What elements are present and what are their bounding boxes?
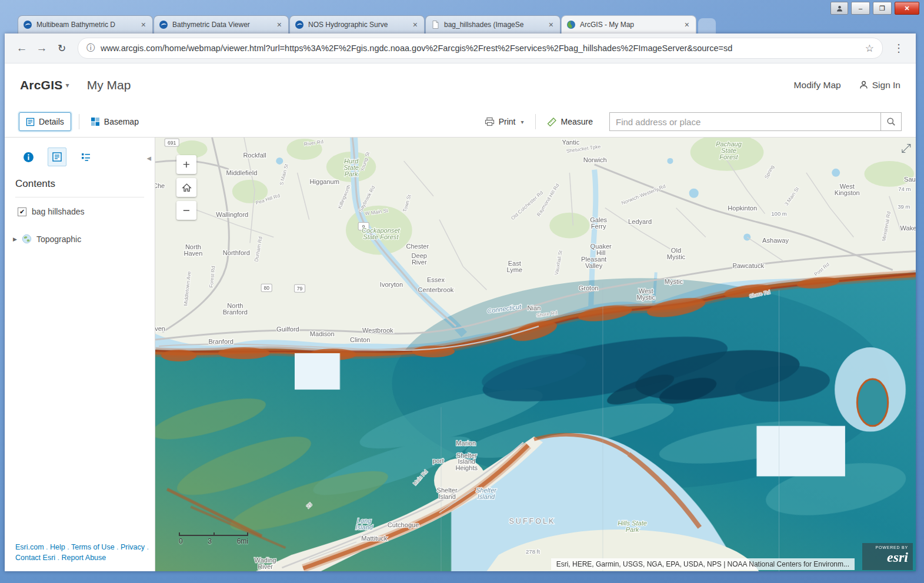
- basemap-button[interactable]: Basemap: [87, 115, 142, 129]
- maximize-button[interactable]: ❐: [873, 2, 892, 15]
- map-place-label: Mattituck: [361, 535, 388, 542]
- scale-bar-line: [179, 532, 248, 536]
- browser-tab[interactable]: ArcGIS - My Map×: [561, 15, 696, 33]
- zoom-out-button[interactable]: −: [176, 201, 196, 220]
- about-button[interactable]: [19, 148, 38, 166]
- zoom-controls: + −: [176, 155, 196, 220]
- map-place-label: GalesFerry: [590, 216, 607, 230]
- map-place-label: WestMystic: [637, 287, 656, 301]
- toolbar-separator: [535, 114, 536, 129]
- toolbar-right-group: Print ▾ Measure: [481, 112, 902, 131]
- map-place-label: Norwich: [583, 156, 607, 163]
- tab-close-icon[interactable]: ×: [139, 20, 148, 29]
- search-button[interactable]: [880, 112, 902, 131]
- map-place-label: Yantic: [562, 139, 579, 146]
- map-place-label: Westbrook: [362, 327, 393, 334]
- reload-button[interactable]: ↻: [53, 39, 71, 57]
- map-place-label: Saun: [904, 176, 916, 183]
- map-canvas[interactable]: 69198079 RockfallMiddlefieldHurdStatePar…: [155, 138, 916, 571]
- search-input[interactable]: [609, 112, 880, 131]
- map-toolbar: Details Basemap Print ▾ Measure: [5, 106, 916, 138]
- browser-tab[interactable]: Multibeam Bathymetric D×: [18, 15, 153, 33]
- no-data-gap: [295, 353, 339, 390]
- footer-link[interactable]: Contact Esri: [15, 554, 55, 562]
- layer-row-bag-hillshades[interactable]: ✔ bag hillshades: [18, 207, 155, 216]
- footer-link[interactable]: Privacy: [121, 543, 145, 551]
- details-label: Details: [39, 117, 64, 126]
- svg-text:691: 691: [168, 140, 176, 146]
- tab-close-icon[interactable]: ×: [411, 20, 419, 29]
- modify-map-link[interactable]: Modify Map: [794, 80, 841, 91]
- tab-title: NOS Hydrographic Surve: [308, 21, 407, 29]
- tab-close-icon[interactable]: ×: [683, 20, 691, 29]
- layer-label: bag hillshades: [32, 207, 85, 216]
- tab-close-icon[interactable]: ×: [275, 20, 283, 29]
- close-button[interactable]: ✕: [895, 2, 919, 15]
- map-place-label: 100 m: [771, 210, 787, 217]
- powered-by-label: POWERED BY: [876, 545, 908, 550]
- minimize-button[interactable]: –: [851, 2, 870, 15]
- forward-button[interactable]: →: [33, 39, 51, 57]
- tab-favicon-noaa-icon: [295, 20, 304, 29]
- page-title: My Map: [87, 78, 131, 92]
- person-icon: [836, 5, 843, 12]
- map-container: 69198079 RockfallMiddlefieldHurdStatePar…: [155, 138, 916, 571]
- route-shield: 79: [294, 284, 305, 292]
- browser-tab[interactable]: NOS Hydrographic Surve×: [289, 15, 425, 33]
- details-button[interactable]: Details: [19, 112, 71, 131]
- map-place-label: Guilford: [276, 326, 299, 333]
- chevron-down-icon: ▾: [65, 81, 69, 89]
- layer-row-topographic[interactable]: ▶ Topographic: [13, 234, 155, 244]
- footer-link-separator: .: [115, 543, 121, 551]
- search-box: [609, 112, 902, 131]
- tab-close-icon[interactable]: ×: [547, 20, 555, 29]
- layer-checkbox[interactable]: ✔: [18, 207, 26, 216]
- measure-button[interactable]: Measure: [543, 115, 596, 129]
- browser-menu-icon[interactable]: ⋮: [889, 42, 909, 55]
- browser-tab[interactable]: bag_hillshades (ImageSe×: [425, 15, 561, 33]
- map-place-label: Wakef: [900, 225, 916, 232]
- printer-icon: [485, 117, 495, 126]
- show-legend-button[interactable]: [76, 148, 95, 166]
- header-actions: Modify Map Sign In: [794, 80, 900, 91]
- map-place-label: ShelterIsland: [476, 487, 497, 500]
- scale-bar: 0 3 6mi: [179, 532, 248, 545]
- footer-link[interactable]: Esri.com: [15, 543, 44, 551]
- print-button[interactable]: Print ▾: [481, 115, 528, 129]
- home-button[interactable]: [176, 178, 196, 197]
- map-attribution: Esri, HERE, Garmin, USGS, NGA, EPA, USDA…: [551, 558, 855, 570]
- browser-titlebar: – ❐ ✕ Multibeam Bathymetric D×Bathymetri…: [0, 0, 924, 33]
- url-bar[interactable]: ⓘ www.arcgis.com/home/webmap/viewer.html…: [78, 38, 883, 59]
- back-button[interactable]: ←: [13, 39, 31, 57]
- toolbar-separator: [79, 114, 79, 129]
- browser-chrome: ← → ↻ ⓘ www.arcgis.com/home/webmap/viewe…: [5, 33, 916, 571]
- sign-in-link[interactable]: Sign In: [859, 80, 900, 91]
- map-place-label: SUFFOLK: [509, 517, 555, 525]
- scale-start: 0: [179, 537, 183, 545]
- site-info-icon[interactable]: ⓘ: [86, 43, 95, 53]
- search-icon: [886, 117, 896, 126]
- map-place-label: Essex: [427, 276, 445, 283]
- map-place-label: 39 m: [898, 203, 910, 210]
- browser-tab[interactable]: Bathymetric Data Viewer×: [154, 15, 289, 33]
- expand-map-icon[interactable]: ⤢: [901, 141, 911, 155]
- expand-layer-icon[interactable]: ▶: [13, 236, 17, 242]
- map-place-label: ven: [155, 325, 165, 332]
- map-place-label: Madison: [310, 330, 335, 337]
- tab-title: ArcGIS - My Map: [580, 21, 679, 29]
- tab-strip: Multibeam Bathymetric D×Bathymetric Data…: [18, 15, 716, 33]
- collapse-sidebar-icon[interactable]: ◂: [146, 153, 151, 163]
- map-place-label: CockaponsetState Forest: [362, 227, 400, 240]
- bookmark-star-icon[interactable]: ☆: [865, 42, 874, 55]
- person-icon: [859, 80, 869, 90]
- arcgis-logo[interactable]: ArcGIS ▾: [20, 78, 69, 92]
- new-tab-button[interactable]: [698, 18, 716, 33]
- zoom-in-button[interactable]: +: [176, 155, 196, 174]
- show-contents-button[interactable]: [48, 148, 66, 166]
- map-place-label: port: [432, 458, 443, 465]
- map-place-label: LongIsland: [355, 517, 373, 531]
- footer-link[interactable]: Terms of Use: [71, 543, 115, 551]
- footer-link[interactable]: Help: [50, 543, 65, 551]
- footer-link[interactable]: Report Abuse: [62, 554, 106, 562]
- profile-button[interactable]: [830, 2, 848, 15]
